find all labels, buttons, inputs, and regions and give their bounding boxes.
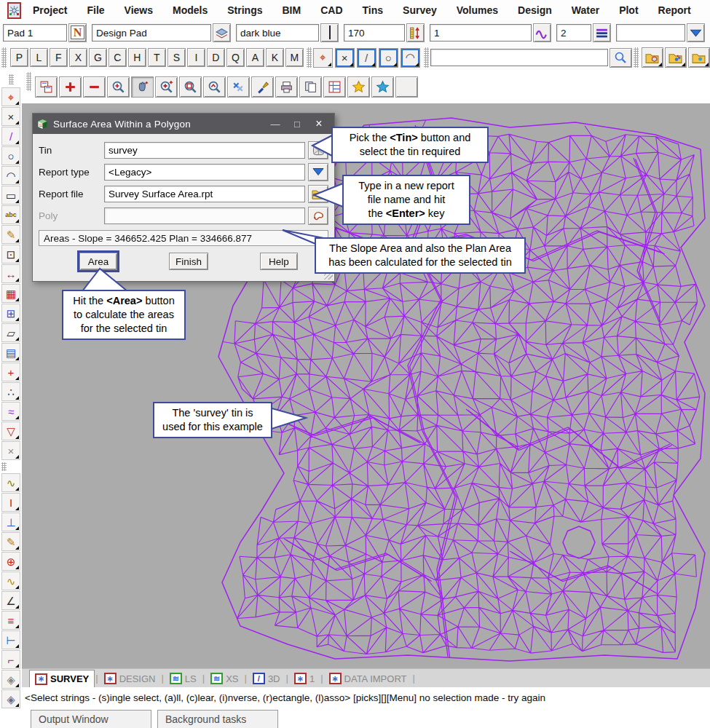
- snap-toggle-s[interactable]: S: [167, 48, 186, 67]
- folder-settings-button[interactable]: [665, 47, 687, 68]
- menu-item-bim[interactable]: BIM: [283, 4, 301, 16]
- add-view-button[interactable]: [59, 76, 82, 98]
- copy-view-button[interactable]: [299, 76, 322, 98]
- snap-toggle-l[interactable]: L: [30, 48, 48, 67]
- spare-button[interactable]: [395, 76, 418, 98]
- string-colour-button[interactable]: ≈: [1, 402, 20, 421]
- toolbar-grip[interactable]: [307, 47, 312, 68]
- menu-item-design[interactable]: Design: [518, 4, 552, 16]
- menu-item-project[interactable]: Project: [33, 4, 67, 16]
- dropdown-button[interactable]: [687, 23, 705, 42]
- snap-toggle-h[interactable]: H: [128, 48, 146, 67]
- rail-button[interactable]: ≡: [1, 611, 20, 630]
- cad-brush-button[interactable]: ✎: [1, 225, 20, 244]
- cad-circle-button[interactable]: ○: [1, 146, 20, 165]
- folder-more-button[interactable]: [688, 47, 710, 68]
- recent-button[interactable]: [371, 76, 394, 98]
- toolbar-grip[interactable]: [634, 47, 639, 68]
- menu-item-cad[interactable]: CAD: [320, 4, 342, 16]
- snap-toggle-k[interactable]: K: [266, 48, 284, 67]
- background-tasks-tab[interactable]: Background tasks: [157, 710, 278, 728]
- snap-toggle-d[interactable]: D: [207, 48, 225, 67]
- snap-toggle-a[interactable]: A: [246, 48, 264, 67]
- toolbar-grip[interactable]: [1, 47, 7, 68]
- circle-snap-button[interactable]: ○: [379, 48, 398, 68]
- search-button[interactable]: [610, 48, 633, 68]
- toolbar-grip[interactable]: [424, 47, 429, 68]
- menu-item-survey[interactable]: Survey: [403, 4, 437, 16]
- report-type-input[interactable]: [104, 164, 305, 181]
- grid-table-button[interactable]: ▦: [1, 284, 20, 303]
- poly-pick-button[interactable]: [308, 207, 328, 225]
- point-snap-button[interactable]: ⌖: [313, 48, 333, 68]
- weight-lines-button[interactable]: [593, 23, 611, 42]
- grade-button[interactable]: ∠: [1, 591, 20, 610]
- pipe-edit-button[interactable]: ⊢: [1, 630, 20, 649]
- toolbar-grip[interactable]: [26, 72, 31, 91]
- dialog-titlebar[interactable]: 12 Surface Area Within a Polygon — □ ×: [33, 114, 334, 134]
- view-tab-1[interactable]: ∗1: [289, 670, 320, 687]
- report-file-input[interactable]: [104, 186, 305, 202]
- remove-view-button[interactable]: [83, 76, 106, 98]
- snap-toggle-m[interactable]: M: [285, 48, 304, 67]
- snap-toggle-f[interactable]: F: [50, 48, 68, 67]
- image-button[interactable]: ▤: [1, 343, 20, 362]
- view-copy-button[interactable]: ⊞: [1, 304, 20, 323]
- drape-points-button[interactable]: ∴: [1, 382, 20, 401]
- cad-point-button[interactable]: ⌖: [1, 87, 20, 106]
- view-tab-data-import[interactable]: ∗DATA IMPORT: [324, 670, 412, 687]
- line-snap-button[interactable]: /: [357, 48, 376, 68]
- plot-print-button[interactable]: [275, 76, 298, 98]
- tin-input[interactable]: [104, 142, 305, 159]
- folder-project-button[interactable]: [642, 47, 663, 68]
- menu-item-volumes[interactable]: Volumes: [457, 4, 498, 16]
- culvert-button[interactable]: ⊕: [1, 552, 20, 571]
- snap-toggle-g[interactable]: G: [89, 48, 107, 67]
- snap-toggle-c[interactable]: C: [109, 48, 127, 67]
- traverse-button[interactable]: ⊥: [1, 513, 20, 531]
- zoom-window-button[interactable]: [179, 76, 202, 98]
- snap-toggle-q[interactable]: Q: [226, 48, 245, 67]
- menu-item-models[interactable]: Models: [173, 4, 208, 16]
- linestyle-field[interactable]: [430, 24, 532, 41]
- tin-colours-button[interactable]: ◈: [1, 689, 20, 708]
- colour-swatch-button[interactable]: [320, 23, 339, 42]
- tin-function-button[interactable]: ◈: [1, 670, 20, 689]
- menu-item-water[interactable]: Water: [572, 4, 599, 16]
- style-brush-button[interactable]: [251, 76, 274, 98]
- snap-toggle-i[interactable]: I: [187, 48, 205, 67]
- cad-rect-button[interactable]: ▭: [1, 186, 20, 205]
- tinable-field[interactable]: [616, 24, 685, 41]
- snap-toggle-p[interactable]: P: [10, 48, 28, 67]
- cad-line-button[interactable]: /: [1, 127, 20, 146]
- snap-toggle-x[interactable]: X: [69, 48, 87, 67]
- colour-field[interactable]: [236, 24, 319, 41]
- tin-choose-button[interactable]: [308, 141, 328, 159]
- favourite-button[interactable]: [347, 76, 370, 98]
- delete-button[interactable]: [227, 76, 250, 98]
- view-tab-xs[interactable]: ≋XS: [205, 670, 243, 687]
- polygon-button[interactable]: ▱: [1, 323, 20, 342]
- model-layers-button[interactable]: [213, 23, 231, 42]
- interface-button[interactable]: I: [1, 493, 20, 512]
- finish-button[interactable]: Finish: [169, 253, 208, 270]
- maximize-button[interactable]: □: [286, 119, 308, 130]
- pan-button[interactable]: [131, 76, 154, 98]
- delete-points-button[interactable]: ×: [1, 441, 20, 460]
- view-tab-3d[interactable]: /3D: [248, 670, 285, 687]
- cad-break-button[interactable]: ×: [1, 107, 20, 126]
- menu-item-tins[interactable]: Tins: [363, 4, 384, 16]
- search-input[interactable]: [430, 49, 608, 66]
- minimize-button[interactable]: —: [264, 119, 286, 130]
- kerb-button[interactable]: ⌐: [1, 650, 20, 669]
- view-tab-ls[interactable]: ≋LS: [165, 670, 202, 687]
- zoom-extents-button[interactable]: [107, 76, 130, 98]
- measure-button[interactable]: ↔: [1, 264, 20, 283]
- height-field[interactable]: [344, 24, 405, 41]
- report-file-browse-button[interactable]: [308, 185, 328, 203]
- help-button[interactable]: Help: [260, 253, 298, 270]
- sketch-button[interactable]: ∿: [1, 473, 20, 492]
- menu-item-views[interactable]: Views: [125, 4, 153, 16]
- weight-field[interactable]: [556, 24, 591, 41]
- view-tab-survey[interactable]: ∗SURVEY: [29, 670, 95, 687]
